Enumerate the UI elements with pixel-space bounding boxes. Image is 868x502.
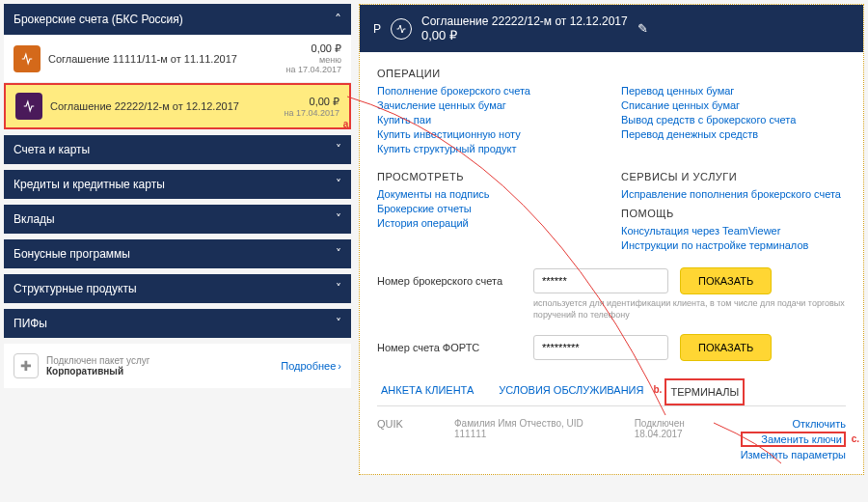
- op-link[interactable]: Зачисление ценных бумаг: [377, 99, 602, 111]
- forts-label: Номер счета ФОРТС: [377, 342, 522, 353]
- op-link[interactable]: Купить структурный продукт: [377, 143, 602, 154]
- broker-acc-label: Номер брокерского счета: [377, 275, 522, 287]
- ruble-prefix: Р: [373, 22, 381, 36]
- agreement-title: Соглашение 11111/11-м от 11.11.2017: [48, 53, 278, 65]
- more-label: Подробнее: [281, 360, 336, 372]
- detail-amount: 0,00 ₽: [421, 28, 628, 42]
- section-label: ПИФы: [14, 317, 47, 330]
- agreement-right: 0,00 ₽ на 17.04.2017: [284, 96, 339, 118]
- quik-user: Фамилия Имя Отчество, UID 111111: [454, 418, 615, 439]
- sidebar-section[interactable]: Вклады ˅: [4, 205, 351, 234]
- chevron-right-icon: ›: [338, 360, 341, 372]
- help-title: ПОМОЩЬ: [621, 208, 846, 219]
- section-label: Бонусные программы: [14, 247, 130, 261]
- section-label: Структурные продукты: [14, 282, 137, 295]
- agreement-right: 0,00 ₽ меню на 17.04.2017: [285, 42, 341, 74]
- chevron-up-icon: ˄: [335, 12, 341, 27]
- chevron-down-icon: ˅: [336, 178, 341, 191]
- agreement-icon: [14, 45, 41, 72]
- quik-replace-keys[interactable]: Заменить ключи: [741, 432, 846, 447]
- tabs: АНКЕТА КЛИЕНТА УСЛОВИЯ ОБСЛУЖИВАНИЯ ТЕРМ…: [377, 378, 846, 406]
- section-label: Вклады: [14, 212, 55, 226]
- op-link[interactable]: Вывод средств с брокерского счета: [621, 114, 846, 126]
- tab-anketa[interactable]: АНКЕТА КЛИЕНТА: [377, 378, 477, 405]
- agreement-amount: 0,00 ₽: [284, 96, 339, 108]
- op-link[interactable]: Перевод ценных бумаг: [621, 85, 846, 97]
- agreement-row[interactable]: Соглашение 11111/11-м от 11.11.2017 0,00…: [4, 35, 351, 83]
- agreement-date: на 17.04.2017: [284, 108, 339, 118]
- package-line2: Корпоративный: [46, 366, 273, 376]
- chevron-down-icon: ˅: [336, 247, 341, 261]
- op-link[interactable]: Купить паи: [377, 114, 602, 126]
- agreement-menu[interactable]: меню: [285, 55, 341, 65]
- op-link[interactable]: Списание ценных бумаг: [621, 99, 846, 111]
- broker-hint: используется для идентификации клиента, …: [533, 298, 846, 321]
- view-link[interactable]: Брокерские отчеты: [377, 203, 602, 214]
- sidebar: Брокерские счета (БКС Россия) ˄ Соглашен…: [4, 4, 351, 475]
- quik-conn-date: 18.04.2017: [635, 429, 721, 439]
- chevron-down-icon: ˅: [336, 317, 341, 330]
- puzzle-icon: ✚: [14, 353, 39, 378]
- quik-name: QUIK: [377, 418, 435, 430]
- sidebar-section[interactable]: Структурные продукты ˅: [4, 274, 351, 303]
- view-link[interactable]: Документы на подпись: [377, 188, 602, 200]
- op-link[interactable]: Купить инвестиционную ноту: [377, 128, 602, 140]
- agreements-list: Соглашение 11111/11-м от 11.11.2017 0,00…: [4, 35, 351, 129]
- help-link[interactable]: Консультация через TeamViewer: [621, 225, 846, 237]
- sidebar-section[interactable]: Счета и карты ˅: [4, 135, 351, 164]
- quik-change-params[interactable]: Изменить параметры: [741, 449, 846, 460]
- package-line1: Подключен пакет услуг: [46, 355, 273, 366]
- tab-terminals[interactable]: ТЕРМИНАЛЫ: [665, 378, 745, 405]
- detail-panel: Р Соглашение 22222/12-м от 12.12.2017 0,…: [359, 4, 864, 475]
- chart-icon: [391, 18, 412, 40]
- quik-disconnect[interactable]: Отключить: [741, 418, 846, 430]
- chevron-down-icon: ˅: [336, 143, 341, 156]
- agreement-amount: 0,00 ₽: [285, 42, 341, 55]
- package-block: ✚ Подключен пакет услуг Корпоративный По…: [4, 344, 351, 388]
- agreement-date: на 17.04.2017: [285, 65, 341, 74]
- show-button[interactable]: ПОКАЗАТЬ: [680, 334, 772, 361]
- services-title: СЕРВИСЫ И УСЛУГИ: [621, 171, 846, 182]
- show-button[interactable]: ПОКАЗАТЬ: [680, 267, 772, 294]
- sidebar-header-broker[interactable]: Брокерские счета (БКС Россия) ˄: [4, 4, 351, 35]
- service-link[interactable]: Исправление пополнения брокерского счета: [621, 188, 846, 200]
- quik-row: QUIK Фамилия Имя Отчество, UID 111111 По…: [377, 418, 846, 462]
- help-link[interactable]: Инструкции по настройке терминалов: [621, 239, 846, 251]
- broker-acc-input[interactable]: [533, 268, 668, 293]
- agreement-icon: [15, 93, 42, 120]
- agreement-row-selected[interactable]: Соглашение 22222/12-м от 12.12.2017 0,00…: [4, 83, 351, 129]
- view-title: ПРОСМОТРЕТЬ: [377, 171, 602, 182]
- op-link[interactable]: Перевод денежных средств: [621, 128, 846, 140]
- tab-terms[interactable]: УСЛОВИЯ ОБСЛУЖИВАНИЯ: [495, 378, 647, 405]
- forts-input[interactable]: [533, 335, 668, 360]
- agreement-title: Соглашение 22222/12-м от 12.12.2017: [50, 100, 276, 112]
- sidebar-section[interactable]: ПИФы ˅: [4, 309, 351, 338]
- package-more-link[interactable]: Подробнее ›: [281, 360, 341, 372]
- op-link[interactable]: Пополнение брокерского счета: [377, 85, 602, 97]
- chevron-down-icon: ˅: [336, 212, 341, 226]
- section-label: Кредиты и кредитные карты: [14, 178, 165, 191]
- edit-icon[interactable]: ✎: [637, 21, 648, 36]
- detail-title: Соглашение 22222/12-м от 12.12.2017: [421, 14, 628, 28]
- chevron-down-icon: ˅: [336, 282, 341, 295]
- section-label: Счета и карты: [14, 143, 90, 156]
- sidebar-section[interactable]: Бонусные программы ˅: [4, 239, 351, 268]
- view-link[interactable]: История операций: [377, 217, 602, 229]
- quik-conn-label: Подключен: [635, 418, 721, 429]
- operations-title: ОПЕРАЦИИ: [377, 68, 846, 79]
- sidebar-header-title: Брокерские счета (БКС Россия): [14, 13, 183, 26]
- sidebar-section[interactable]: Кредиты и кредитные карты ˅: [4, 170, 351, 199]
- detail-header: Р Соглашение 22222/12-м от 12.12.2017 0,…: [360, 5, 863, 52]
